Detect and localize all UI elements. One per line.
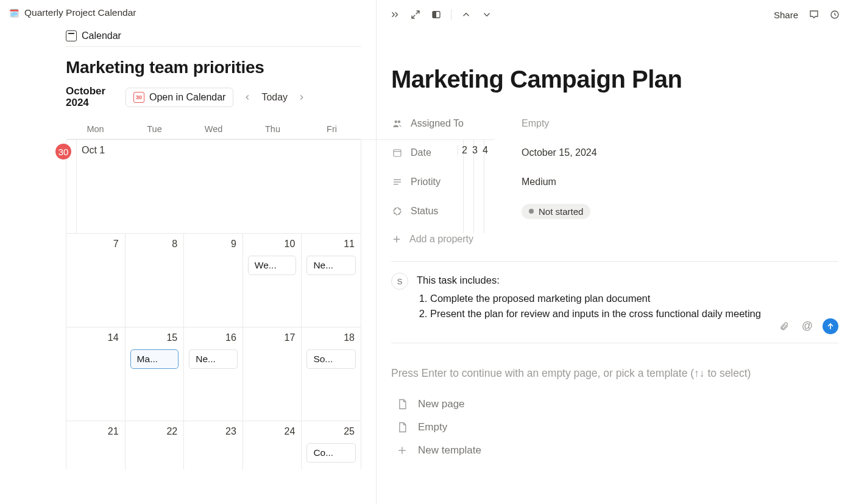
comments-button[interactable]: [805, 6, 823, 23]
property-value[interactable]: October 15, 2024: [522, 147, 597, 158]
arrow-up-icon: [826, 321, 835, 331]
calendar-day-headers: Mon Tue Wed Thu Fri: [66, 119, 361, 139]
calendar-cell[interactable]: 9: [184, 233, 243, 327]
day-number: 15: [166, 332, 177, 343]
comment-lead: This task includes:: [417, 273, 761, 289]
svg-rect-3: [433, 12, 436, 18]
prev-record-button[interactable]: [458, 6, 475, 23]
day-number: 22: [166, 426, 177, 437]
day-number: 4: [483, 145, 488, 156]
status-badge: Not started: [522, 204, 590, 219]
template-label: Empty: [418, 421, 447, 433]
view-tab-calendar[interactable]: Calendar: [66, 24, 361, 47]
side-peek-icon: [431, 9, 442, 20]
detail-toolbar: Share: [377, 0, 853, 29]
expand-button[interactable]: [386, 6, 403, 23]
property-assigned-to[interactable]: Assigned To Empty: [391, 109, 838, 138]
calendar-icon: [66, 30, 77, 41]
calendar-cell[interactable]: 14: [66, 327, 126, 421]
avatar: S: [391, 273, 408, 290]
calendar-cell[interactable]: 17: [243, 327, 302, 421]
next-month-button[interactable]: [295, 91, 308, 104]
day-number: 2: [462, 145, 467, 156]
day-number: 21: [108, 426, 119, 437]
calendar-cell[interactable]: 8: [126, 233, 185, 327]
double-chevron-right-icon: [389, 9, 400, 20]
expand-icon: [410, 9, 421, 20]
day-number: 23: [225, 426, 236, 437]
calendar-event[interactable]: Ne...: [306, 256, 356, 275]
calendar-cell[interactable]: 18So...: [302, 327, 361, 421]
open-in-calendar-button[interactable]: 30 Open in Calendar: [126, 88, 233, 107]
calendar-cell[interactable]: 16Ne...: [184, 327, 243, 421]
comment-item: Present the plan for review and inputs i…: [430, 306, 761, 322]
svg-line-1: [412, 15, 415, 18]
day-number: Oct 1: [82, 145, 458, 156]
share-button[interactable]: Share: [774, 10, 798, 20]
calendar-event[interactable]: Co...: [306, 443, 356, 463]
calendar-cell[interactable]: 30: [66, 139, 77, 233]
calendar-event[interactable]: We...: [248, 256, 297, 275]
page-emoji-icon: 🗓️: [9, 7, 19, 18]
calendar-event[interactable]: Ne...: [189, 349, 238, 369]
peek-mode-button[interactable]: [428, 6, 445, 23]
calendar-cell[interactable]: 4: [484, 139, 494, 233]
calendar-cell[interactable]: 25Co...: [302, 421, 361, 469]
calendar-cell[interactable]: 10We...: [243, 233, 302, 327]
day-header: Mon: [66, 119, 125, 139]
day-header: Fri: [302, 119, 361, 139]
open-as-page-button[interactable]: [407, 6, 424, 23]
database-title[interactable]: Marketing team priorities: [66, 58, 361, 77]
add-property-label: Add a property: [409, 234, 473, 245]
template-empty[interactable]: Empty: [391, 418, 838, 437]
calendar-cell[interactable]: Oct 1: [77, 139, 464, 233]
chevron-right-icon: [297, 93, 306, 102]
attach-button[interactable]: [776, 318, 792, 334]
page-icon: [396, 398, 408, 410]
day-number: 9: [231, 239, 236, 250]
comment-item: Complete the proposed marketing plan doc…: [430, 291, 761, 307]
speech-bubble-icon: [809, 9, 819, 20]
record-title[interactable]: Marketing Campaign Plan: [391, 66, 838, 93]
prev-month-button[interactable]: [241, 91, 254, 104]
calendar-cell[interactable]: 21: [66, 421, 126, 469]
property-label: Assigned To: [411, 118, 464, 129]
calendar-cell[interactable]: 23: [184, 421, 243, 469]
today-button[interactable]: Today: [261, 92, 288, 103]
calendar-30-icon: 30: [133, 92, 144, 103]
page-title[interactable]: Quarterly Project Calendar: [24, 7, 136, 18]
property-value[interactable]: Medium: [522, 177, 556, 187]
property-value[interactable]: Not started: [522, 204, 590, 219]
chevron-up-icon: [461, 9, 472, 20]
calendar-event[interactable]: So...: [306, 349, 356, 369]
open-in-calendar-label: Open in Calendar: [149, 92, 225, 103]
day-number: 17: [285, 332, 296, 343]
property-value[interactable]: Empty: [522, 118, 549, 129]
breadcrumb: 🗓️ Quarterly Project Calendar: [0, 0, 376, 24]
mention-button[interactable]: @: [799, 318, 815, 334]
template-new-page[interactable]: New page: [391, 394, 838, 414]
comment-body[interactable]: This task includes: Complete the propose…: [417, 273, 761, 322]
calendar-cell[interactable]: 7: [66, 233, 126, 327]
day-number: 8: [172, 239, 177, 250]
calendar-cell[interactable]: 11Ne...: [302, 233, 361, 327]
paperclip-icon: [779, 321, 789, 331]
divider: [391, 261, 838, 262]
day-number: 25: [344, 426, 355, 437]
calendar-grid: 30Oct 123478910We...11Ne...1415Ma...16Ne…: [66, 139, 361, 469]
template-new-template[interactable]: New template: [391, 441, 838, 460]
view-tab-label: Calendar: [82, 30, 121, 41]
send-button[interactable]: [823, 318, 838, 334]
empty-page-placeholder[interactable]: Press Enter to continue with an empty pa…: [391, 365, 838, 381]
detail-pane: Share Marketing Campaign Plan Assigned T…: [377, 0, 853, 504]
next-record-button[interactable]: [478, 6, 495, 23]
day-number: 11: [344, 239, 355, 250]
calendar-cell[interactable]: 22: [126, 421, 185, 469]
calendar-cell[interactable]: 24: [243, 421, 302, 469]
template-label: New template: [418, 444, 481, 457]
updates-button[interactable]: [826, 6, 843, 23]
calendar-event[interactable]: Ma...: [130, 349, 179, 369]
calendar-cell[interactable]: 15Ma...: [126, 327, 185, 421]
day-number: 10: [285, 239, 296, 250]
clock-icon: [829, 9, 840, 20]
